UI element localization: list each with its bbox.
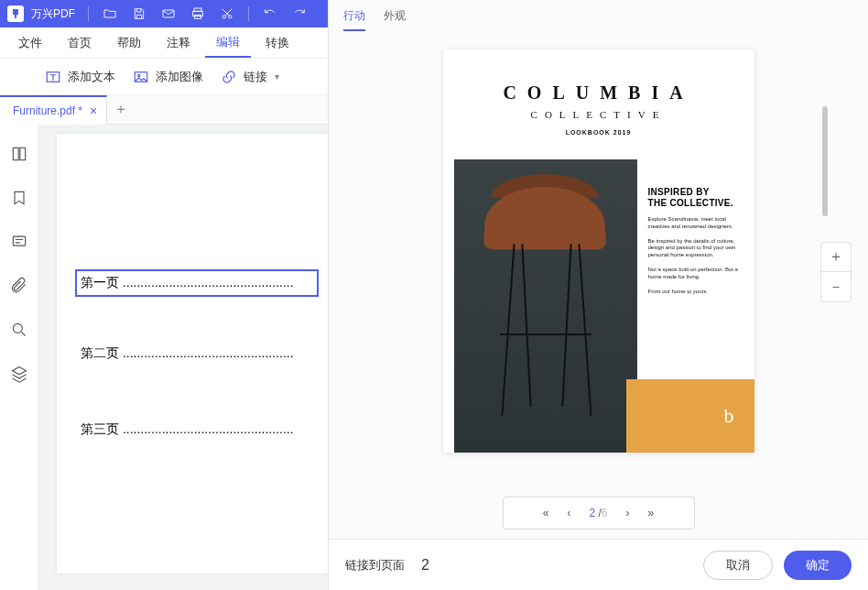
tool-label: 添加图像: [156, 69, 203, 85]
preview-subtitle: COLLECTIVE: [443, 109, 754, 120]
chevron-down-icon: ▾: [275, 71, 279, 82]
menu-home[interactable]: 首页: [57, 29, 103, 57]
pager-last-button[interactable]: »: [648, 507, 655, 519]
target-page-preview[interactable]: COLUMBIA COLLECTIVE LOOKBOOK 2019 INSPIR…: [443, 49, 754, 453]
pager-prev-button[interactable]: ‹: [567, 507, 570, 519]
tab-title: Furniture.pdf *: [13, 104, 82, 117]
cut-icon[interactable]: [219, 5, 235, 22]
link-to-page-value: 2: [421, 557, 429, 574]
page-preview-area: ＋ － COLUMBIA COLLECTIVE LOOKBOOK 2019 IN…: [329, 31, 868, 478]
add-text-button[interactable]: 添加文本: [44, 68, 115, 86]
panel-footer: 链接到页面 2 取消 确定: [329, 539, 868, 590]
layers-icon[interactable]: [10, 365, 28, 387]
pager-status: 2 /6: [589, 507, 607, 519]
print-icon[interactable]: [190, 5, 206, 22]
app-logo: [7, 5, 24, 22]
zoom-in-button[interactable]: ＋: [821, 243, 851, 272]
svg-rect-1: [194, 8, 201, 11]
attachment-icon[interactable]: [10, 277, 28, 299]
panel-tab-appearance[interactable]: 外观: [384, 8, 406, 31]
svg-point-8: [138, 74, 140, 76]
menu-help[interactable]: 帮助: [106, 29, 152, 57]
link-icon: [220, 68, 238, 86]
svg-point-5: [229, 16, 232, 18]
pager-next-button[interactable]: ›: [626, 507, 630, 519]
menu-edit[interactable]: 编辑: [205, 28, 251, 58]
svg-rect-11: [13, 236, 25, 246]
save-icon[interactable]: [131, 5, 147, 22]
separator: [248, 6, 249, 21]
document-tab[interactable]: Furniture.pdf * ×: [0, 95, 107, 125]
svg-rect-3: [195, 15, 201, 18]
mail-icon[interactable]: [160, 5, 177, 22]
link-properties-panel: 行动 外观 ＋ － COLUMBIA COLLECTIVE LOOKBOOK 2…: [328, 0, 868, 590]
menu-annotate[interactable]: 注释: [156, 29, 201, 57]
preview-hero-image: [454, 159, 637, 453]
new-tab-button[interactable]: ＋: [107, 100, 135, 119]
open-folder-icon[interactable]: [102, 5, 118, 22]
svg-rect-9: [13, 148, 18, 159]
preview-scrollbar[interactable]: [822, 106, 828, 216]
link-to-page-label: 链接到页面: [345, 557, 405, 574]
link-button[interactable]: 链接 ▾: [220, 68, 279, 86]
svg-point-12: [13, 323, 22, 333]
search-icon[interactable]: [10, 321, 28, 343]
image-icon: [132, 68, 150, 86]
preview-zoom-controls: ＋ －: [820, 242, 852, 302]
menu-file[interactable]: 文件: [7, 29, 53, 57]
ok-button[interactable]: 确定: [784, 551, 852, 580]
left-rail: [0, 125, 38, 590]
panel-tab-bar: 行动 外观: [329, 0, 868, 31]
panel-tab-action[interactable]: 行动: [343, 8, 365, 31]
toc-row[interactable]: 第二页 ....................................…: [81, 345, 317, 362]
document-page: 第一页 ....................................…: [57, 134, 341, 574]
preview-title: COLUMBIA: [443, 82, 754, 104]
comments-icon[interactable]: [10, 233, 28, 255]
tool-label: 链接: [244, 69, 267, 85]
add-image-button[interactable]: 添加图像: [132, 68, 203, 86]
toc-row[interactable]: 第三页 ....................................…: [81, 421, 317, 438]
toc-row[interactable]: 第一页 ....................................…: [77, 271, 317, 295]
cancel-button[interactable]: 取消: [703, 551, 773, 580]
separator: [88, 6, 89, 21]
undo-icon[interactable]: [262, 5, 278, 22]
menu-convert[interactable]: 转换: [255, 29, 300, 57]
text-box-icon: [44, 68, 62, 86]
preview-lookbook: LOOKBOOK 2019: [443, 129, 754, 136]
brand-glyph-icon: b: [724, 404, 734, 428]
svg-rect-10: [19, 148, 25, 159]
preview-accent-block: b: [626, 379, 754, 453]
svg-point-4: [222, 16, 225, 18]
close-tab-icon[interactable]: ×: [90, 104, 97, 118]
zoom-out-button[interactable]: －: [821, 272, 851, 301]
svg-rect-0: [163, 10, 174, 17]
pager-first-button[interactable]: «: [543, 507, 549, 519]
app-name: 万兴PDF: [31, 6, 75, 22]
thumbnails-icon[interactable]: [10, 145, 28, 167]
bookmark-icon[interactable]: [10, 189, 28, 211]
preview-pager: « ‹ 2 /6 › »: [503, 497, 695, 530]
redo-icon[interactable]: [291, 5, 308, 22]
tool-label: 添加文本: [68, 69, 115, 85]
